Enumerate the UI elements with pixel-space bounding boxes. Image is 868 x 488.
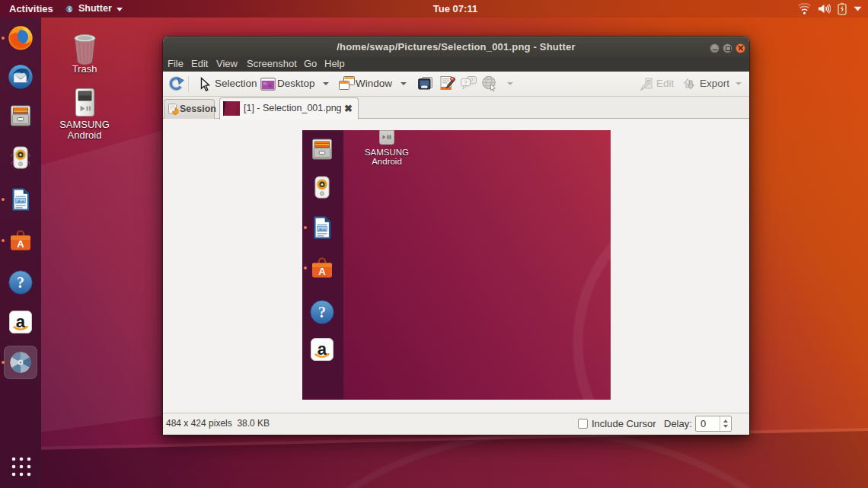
svg-text:?: ? [470,77,474,84]
svg-text:A: A [318,266,326,277]
svg-text:?: ? [318,304,326,321]
svg-text:?: ? [17,274,24,291]
svg-text:?: ? [464,79,468,86]
svg-text:A: A [17,238,24,250]
